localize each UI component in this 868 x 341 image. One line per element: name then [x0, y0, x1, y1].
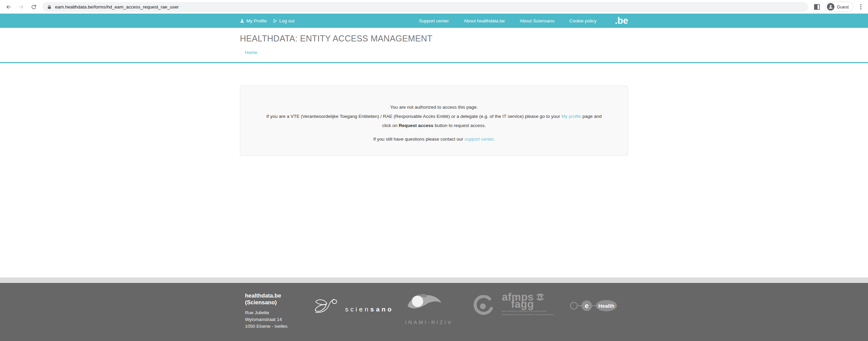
spiral-c-logo: [470, 295, 495, 318]
footer-address: Rue Juliette Wytsmanstraat 14 1050 Elsen…: [245, 309, 287, 330]
logout-icon: [273, 19, 277, 23]
nav-my-profile[interactable]: My Profile: [240, 18, 267, 23]
nav-about-healthdata[interactable]: About healthdata.be: [464, 18, 505, 23]
lock-icon[interactable]: [47, 5, 52, 9]
browser-menu-button[interactable]: [858, 3, 863, 10]
unauthorized-message-box: You are not authorized to access this pa…: [240, 86, 628, 156]
afmps-subtext-fr: agence fédérale des médicaments et des p…: [502, 310, 563, 312]
sciensano-swan-icon: [313, 297, 344, 316]
sciensano-wordmark: sciensano: [345, 306, 394, 313]
three-dots-icon: [860, 4, 862, 10]
url-text: eam.healthdata.be/forms/hd_eam_access_re…: [55, 4, 179, 10]
refresh-button[interactable]: [30, 3, 37, 11]
inami-eye-icon: [405, 292, 445, 316]
inami-riziv-label: INAMI-RIZIV: [405, 319, 453, 325]
pre-footer-strip: [0, 277, 868, 283]
back-button[interactable]: [5, 3, 12, 11]
back-arrow-icon: [5, 4, 12, 10]
page-title: HEALTHDATA: ENTITY ACCESS MANAGEMENT: [240, 34, 628, 43]
page-header: HEALTHDATA: ENTITY ACCESS MANAGEMENT Hom…: [0, 28, 868, 63]
ehealth-e-label: e: [585, 302, 588, 309]
person-icon: [240, 19, 244, 23]
ehealth-icon: e Health: [570, 297, 621, 314]
message-line-2: If you are a VTE (Verantwoordelijke Toeg…: [240, 112, 628, 121]
footer-address-line1: Rue Juliette: [245, 309, 287, 316]
footer-org-name-line2: (Sciensano): [245, 299, 287, 306]
inami-riziv-logo: INAMI-RIZIV: [405, 292, 453, 325]
afmps-subtext-nl: federaal agentschap voor geneesmiddelen …: [502, 313, 563, 316]
belgium-be-logo: .be: [615, 16, 628, 25]
afmps-fagg-logo: afmps fagg agence fédérale des médicamen…: [502, 292, 563, 316]
footer-address-line2: Wytsmanstraat 14: [245, 316, 287, 323]
footer-org-name-line1: healthdata.be: [245, 292, 287, 299]
nav-log-out-label: Log out: [279, 18, 295, 23]
breadcrumb: Home: [245, 50, 628, 55]
message-line-3: click on Request access button to reques…: [240, 121, 628, 130]
main-content: You are not authorized to access this pa…: [0, 63, 868, 277]
message-line-4: If you still have questions please conta…: [240, 134, 628, 144]
person-icon: [828, 4, 833, 9]
afmps-eye-icon: [536, 292, 545, 301]
guest-avatar: [827, 3, 834, 11]
forward-button[interactable]: [17, 3, 25, 11]
browser-profile-button[interactable]: Guest: [825, 2, 853, 12]
top-navigation: My Profile Log out Support center About …: [0, 14, 868, 28]
footer-address-line3: 1050 Elsene - Ixelles: [245, 323, 287, 330]
ehealth-logo: e Health: [570, 297, 621, 316]
support-center-link[interactable]: support center: [465, 137, 494, 142]
refresh-icon: [31, 4, 37, 10]
request-access-emphasis: Request access: [399, 123, 433, 128]
my-profile-link[interactable]: My profile: [561, 114, 581, 119]
sciensano-logo: sciensano: [313, 297, 394, 316]
nav-about-sciensano[interactable]: About Sciensano: [520, 18, 554, 23]
profile-name: Guest: [837, 4, 849, 10]
footer-org-block: healthdata.be (Sciensano) Rue Juliette W…: [245, 292, 287, 330]
nav-my-profile-label: My Profile: [246, 18, 267, 23]
nav-log-out[interactable]: Log out: [273, 18, 295, 23]
nav-cookie-policy[interactable]: Cookie policy: [569, 18, 597, 23]
breadcrumb-home-link[interactable]: Home: [245, 50, 257, 55]
footer: healthdata.be (Sciensano) Rue Juliette W…: [0, 283, 868, 341]
browser-chrome: eam.healthdata.be/forms/hd_eam_access_re…: [0, 0, 868, 14]
message-line-1: You are not authorized to access this pa…: [240, 103, 628, 112]
address-bar[interactable]: eam.healthdata.be/forms/hd_eam_access_re…: [42, 2, 808, 12]
spiral-c-icon: [470, 295, 495, 316]
side-panel-button[interactable]: [813, 3, 820, 10]
forward-arrow-icon: [18, 4, 24, 10]
side-panel-icon: [814, 4, 820, 10]
ehealth-health-label: Health: [598, 303, 614, 309]
nav-support-center[interactable]: Support center: [419, 18, 449, 23]
